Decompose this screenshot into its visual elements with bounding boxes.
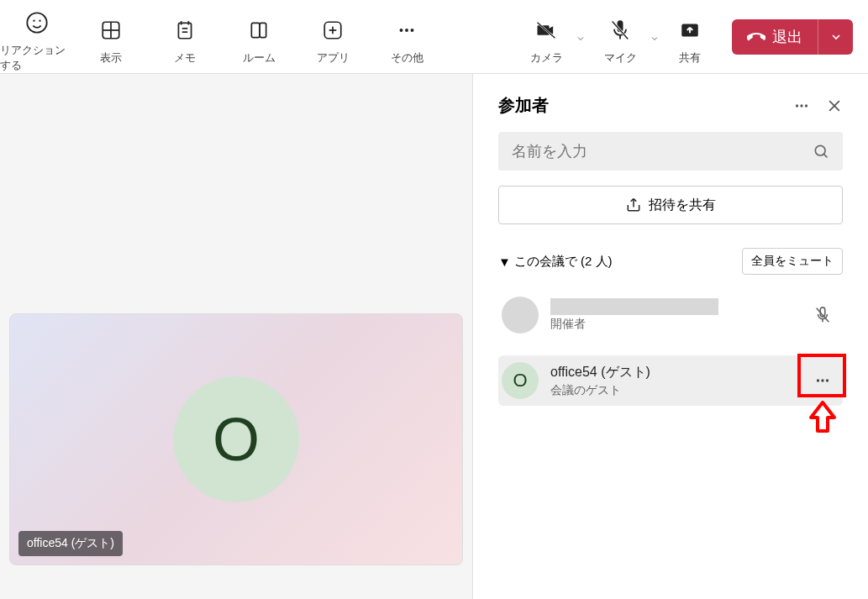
participant-role: 会議のゲスト — [550, 383, 794, 398]
triangle-down-icon: ▼ — [498, 255, 511, 269]
reaction-button[interactable]: リアクションする — [0, 0, 74, 74]
share-invite-button[interactable]: 招待を共有 — [498, 186, 843, 224]
mic-off-icon — [608, 18, 632, 42]
participant-video-tile[interactable]: O office54 (ゲスト) — [9, 313, 463, 565]
grid-icon — [99, 18, 123, 42]
participant-row[interactable]: 開催者 — [498, 290, 843, 340]
mute-all-button[interactable]: 全員をミュート — [742, 248, 843, 275]
chevron-down-icon[interactable] — [650, 34, 660, 44]
participant-mic-off-icon — [806, 298, 839, 332]
panel-title: 参加者 — [498, 94, 549, 117]
camera-button[interactable]: カメラ — [517, 0, 576, 74]
view-button[interactable]: 表示 — [74, 0, 148, 74]
participant-more-button[interactable] — [806, 364, 839, 397]
svg-point-36 — [826, 379, 829, 381]
plus-square-icon — [321, 18, 345, 42]
video-stage: O office54 (ゲスト) — [0, 74, 473, 599]
search-icon — [813, 143, 829, 160]
room-button[interactable]: ルーム — [222, 0, 296, 74]
participant-role: 開催者 — [550, 317, 794, 332]
tile-name-label: office54 (ゲスト) — [18, 531, 123, 556]
close-panel-button[interactable] — [826, 97, 843, 114]
avatar: O — [502, 362, 539, 399]
search-box[interactable] — [498, 132, 843, 171]
avatar — [502, 297, 539, 334]
chevron-down-icon[interactable] — [576, 34, 586, 44]
leave-options-button[interactable] — [818, 19, 853, 55]
svg-line-31 — [823, 154, 827, 157]
svg-point-27 — [805, 104, 808, 107]
panel-more-button[interactable] — [792, 97, 811, 115]
svg-point-2 — [39, 20, 40, 22]
svg-point-16 — [400, 29, 403, 32]
highlight-arrow-icon — [806, 401, 839, 434]
leave-button[interactable]: 退出 — [732, 19, 818, 55]
avatar: O — [173, 376, 299, 502]
svg-point-35 — [821, 379, 823, 381]
notes-button[interactable]: メモ — [148, 0, 222, 74]
share-icon — [625, 197, 642, 213]
svg-rect-12 — [260, 23, 266, 37]
camera-off-icon — [534, 18, 558, 42]
search-input[interactable] — [512, 143, 813, 160]
notes-icon — [173, 18, 197, 42]
svg-rect-11 — [251, 23, 260, 37]
room-icon — [247, 18, 271, 42]
participants-panel: 参加者 招待を共有 — [473, 74, 868, 599]
section-toggle[interactable]: ▼ この会議で (2 人) — [498, 254, 613, 270]
share-screen-icon — [678, 18, 702, 42]
svg-point-34 — [817, 379, 819, 381]
more-button[interactable]: その他 — [370, 0, 444, 74]
svg-point-0 — [27, 13, 46, 32]
svg-point-30 — [815, 145, 825, 155]
ellipsis-icon — [395, 18, 418, 42]
phone-hangup-icon — [747, 28, 765, 46]
svg-rect-6 — [178, 23, 191, 38]
svg-point-1 — [33, 20, 34, 22]
svg-point-17 — [405, 29, 408, 32]
svg-point-26 — [800, 104, 802, 107]
svg-point-25 — [796, 104, 798, 107]
main-area: O office54 (ゲスト) 参加者 — [0, 74, 868, 599]
apps-button[interactable]: アプリ — [296, 0, 370, 74]
smile-icon — [25, 11, 49, 34]
top-toolbar: リアクションする 表示 メモ ルーム — [0, 0, 868, 74]
participant-row[interactable]: O office54 (ゲスト) 会議のゲスト — [498, 355, 843, 406]
participant-name — [550, 298, 718, 315]
share-button[interactable]: 共有 — [665, 0, 715, 74]
mic-button[interactable]: マイク — [591, 0, 650, 74]
participant-name: office54 (ゲスト) — [550, 364, 794, 381]
svg-point-18 — [411, 29, 414, 32]
